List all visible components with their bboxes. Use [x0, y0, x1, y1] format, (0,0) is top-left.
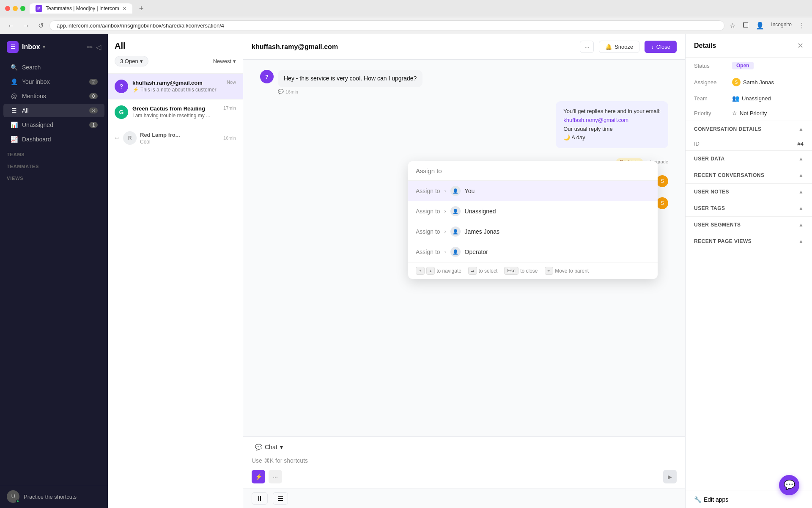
user-avatar-you: 👤 [450, 186, 461, 196]
assign-option-operator[interactable]: Assign to › 👤 Operator [408, 242, 658, 262]
maximize-window-button[interactable] [20, 6, 25, 11]
more-composer-button[interactable]: ··· [269, 470, 282, 483]
sidebar-item-your-inbox[interactable]: 👤 Your inbox 2 [3, 75, 104, 88]
menu-button[interactable]: ☰ [273, 492, 288, 505]
close-window-button[interactable] [5, 6, 10, 11]
conv-item-1[interactable]: ? khuffash.ramy@gmail.com ⚡ This is a no… [108, 74, 243, 99]
sidebar-title-chevron[interactable]: ▾ [43, 44, 45, 50]
sidebar-item-all-label: All [22, 107, 85, 114]
conv-item-2[interactable]: G Green Cactus from Reading I am having … [108, 99, 243, 125]
right-panel-title: Details [694, 42, 716, 50]
new-tab-button[interactable]: + [137, 4, 146, 13]
tab-favicon: M [36, 5, 42, 12]
mentions-badge: 0 [89, 93, 98, 99]
assign-label-unassigned: Assign to [416, 208, 440, 215]
team-name: Unassigned [742, 95, 771, 102]
close-icon: ↓ [651, 44, 654, 50]
section-user-notes[interactable]: USER NOTES ▲ [686, 183, 812, 200]
main-header: khuffash.ramy@gmail.com ··· 🔔 Snooze ↓ C… [243, 34, 685, 60]
section-conversation-details[interactable]: CONVERSATION DETAILS ▲ [686, 121, 812, 137]
minimize-window-button[interactable] [13, 6, 18, 11]
extensions-icon[interactable]: ⧠ [741, 20, 751, 31]
message-1: ? Hey - this service is very cool. How c… [260, 70, 668, 94]
assign-name-unassigned: Unassigned [465, 208, 496, 215]
sidebar-actions: ✏ ◁ [87, 43, 101, 51]
user-avatar[interactable]: U [7, 490, 19, 503]
more-options-button[interactable]: ··· [580, 41, 594, 53]
menu-icon[interactable]: ⋮ [797, 20, 807, 31]
lightning-button[interactable]: ⚡ [252, 470, 265, 483]
team-icon: 👥 [732, 95, 739, 102]
section-user-segments[interactable]: USER SEGMENTS ▲ [686, 216, 812, 233]
sort-chevron: ▾ [233, 58, 236, 64]
forward-button[interactable]: → [20, 20, 32, 31]
sidebar-item-dashboard[interactable]: 📈 Dashboard [3, 133, 104, 146]
reload-button[interactable]: ↺ [36, 20, 46, 31]
message-1-text: Hey - this service is very cool. How can… [284, 75, 417, 82]
main-header-title: khuffash.ramy@gmail.com [252, 43, 575, 51]
back-button[interactable]: ← [5, 20, 17, 31]
conv-info-1: khuffash.ramy@gmail.com ⚡ This is a note… [132, 80, 222, 93]
section-recent-conversations[interactable]: RECENT CONVERSATIONS ▲ [686, 167, 812, 183]
composer: 💬 Chat ▾ Use ⌘K for shortcuts ⚡ ··· ▶ [243, 436, 685, 489]
send-button[interactable]: ▶ [663, 470, 677, 483]
pause-button[interactable]: ⏸ [252, 492, 268, 505]
assign-option-unassigned[interactable]: Assign to › 👤 Unassigned [408, 201, 658, 221]
message-1-meta: 💬 16min [278, 89, 422, 94]
conv-preview-3: Cool [140, 139, 220, 145]
shortcuts-label[interactable]: Practice the shortcuts [24, 494, 77, 500]
select-label: to select [479, 268, 498, 274]
bottom-action-bar: ⏸ ☰ [243, 489, 685, 508]
close-conversation-button[interactable]: ↓ Close [645, 41, 677, 53]
section-user-data[interactable]: USER DATA ▲ [686, 150, 812, 167]
section-user-data-label: USER DATA [694, 156, 725, 162]
section-recent-conversations-label: RECENT CONVERSATIONS [694, 172, 764, 178]
team-label: Team [694, 95, 728, 102]
open-count-badge[interactable]: 3 Open ▾ [115, 56, 148, 66]
sidebar-item-search[interactable]: 🔍 Search [3, 61, 104, 74]
conv-item-3[interactable]: ↩ R Red Lamp fro... Cool 16min [108, 125, 243, 151]
compose-icon[interactable]: ✏ [87, 43, 93, 51]
chat-mode-button[interactable]: 💬 Chat ▾ [252, 442, 286, 452]
sidebar-item-search-label: Search [22, 64, 98, 71]
sidebar-item-all[interactable]: ☰ All 3 [3, 104, 104, 117]
priority-row: Priority ☆ Not Priority [686, 106, 812, 121]
section-user-notes-label: USER NOTES [694, 189, 729, 195]
snooze-button[interactable]: 🔔 Snooze [599, 41, 639, 53]
sort-button[interactable]: Newest ▾ [213, 58, 236, 64]
conv-time-3: 16min [223, 135, 236, 141]
assign-search-input[interactable] [408, 161, 658, 181]
browser-tab[interactable]: M Teammates | Moodjoy | Intercom ✕ [30, 3, 132, 14]
collapse-icon[interactable]: ◁ [96, 43, 101, 51]
conv-info-3: Red Lamp fro... Cool [140, 132, 220, 145]
sidebar-title: Inbox [22, 43, 40, 51]
status-label: Status [694, 63, 728, 69]
reply-icon-3: ↩ [115, 135, 120, 141]
section-user-tags[interactable]: USER TAGS ▲ [686, 200, 812, 216]
section-user-segments-label: USER SEGMENTS [694, 222, 741, 228]
assign-option-you[interactable]: Assign to › 👤 You [408, 181, 658, 201]
tab-close-button[interactable]: ✕ [123, 6, 126, 11]
support-chat-bubble[interactable]: 💬 [779, 475, 799, 495]
select-hint: ↵ to select [468, 267, 497, 275]
search-icon: 🔍 [10, 64, 18, 71]
browser-toolbar: ← → ↺ app.intercom.com/a/inbox/nnsgmgob/… [0, 17, 812, 34]
snooze-label: Snooze [614, 44, 633, 50]
traffic-lights [5, 6, 25, 11]
sidebar-item-mentions[interactable]: @ Mentions 0 [3, 89, 104, 103]
note-icon-1: ⚡ [132, 87, 139, 93]
your-inbox-badge: 2 [89, 79, 98, 85]
address-bar[interactable]: app.intercom.com/a/inbox/nnsgmgob/inbox/… [49, 20, 724, 31]
priority-name: Not Priority [740, 110, 767, 116]
panel-close-icon[interactable]: ✕ [797, 41, 804, 50]
id-row: ID #4 [686, 137, 812, 150]
composer-input[interactable]: Use ⌘K for shortcuts [252, 456, 677, 466]
sidebar-item-unassigned[interactable]: 📊 Unassigned 1 [3, 118, 104, 132]
sidebar-title-row: Inbox ▾ [22, 43, 84, 51]
user-avatar-unassigned: 👤 [450, 206, 461, 216]
bookmark-icon[interactable]: ☆ [728, 20, 737, 31]
assign-option-james[interactable]: Assign to › 👤 James Jonas [408, 221, 658, 242]
section-recent-page-views[interactable]: RECENT PAGE VIEWS ▲ [686, 233, 812, 249]
enter-key: ↵ [468, 267, 477, 275]
section-conversation-details-toggle: ▲ [798, 126, 804, 132]
